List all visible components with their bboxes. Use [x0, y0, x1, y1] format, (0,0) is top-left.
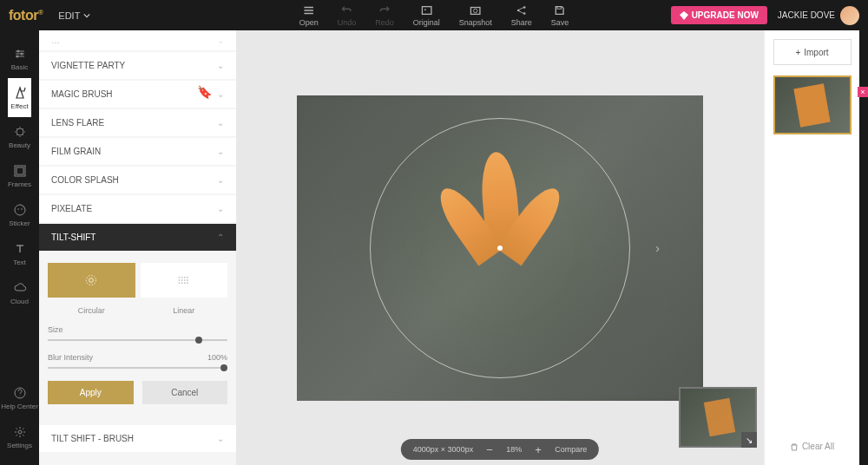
navigator-thumbnail[interactable]: ↘	[679, 387, 757, 448]
canvas-area: ↘ 4000px × 3000px − 18% + Compare ›	[236, 30, 764, 465]
clear-all-button[interactable]: Clear All	[785, 436, 839, 456]
zoom-label: 18%	[506, 445, 522, 454]
effect-tilt-shift---brush[interactable]: TILT SHIFT - BRUSH⌄	[39, 425, 236, 452]
snapshot-button[interactable]: Snapshot	[459, 4, 492, 27]
zoom-out-button[interactable]: −	[483, 443, 496, 455]
cloud-icon	[13, 281, 27, 295]
expand-arrow-icon[interactable]: ↘	[741, 432, 757, 448]
circular-label: Circular	[48, 306, 135, 315]
upgrade-button[interactable]: UPGRADE NOW	[671, 6, 767, 24]
svg-point-3	[474, 9, 477, 12]
top-bar: fotor® EDIT OpenUndoRedoOriginalSnapshot…	[0, 0, 868, 30]
svg-rect-13	[16, 167, 23, 174]
nav-text[interactable]: Text	[8, 234, 31, 273]
effect-film-grain[interactable]: FILM GRAIN⌄	[39, 138, 236, 165]
effect-vignette-party[interactable]: VIGNETTE PARTY⌄	[39, 52, 236, 79]
nav-help-center[interactable]: Help Center	[0, 378, 39, 417]
svg-point-1	[424, 9, 426, 10]
effect-icon	[13, 86, 27, 100]
cancel-button[interactable]: Cancel	[142, 381, 228, 404]
sticker-icon	[13, 203, 27, 217]
share-icon	[516, 4, 528, 16]
size-label: Size	[48, 325, 63, 334]
redo-button[interactable]: Redo	[375, 4, 394, 27]
svg-point-9	[20, 52, 23, 55]
circular-button[interactable]	[48, 263, 135, 298]
effect-pixelate[interactable]: PIXELATE⌄	[39, 195, 236, 222]
svg-rect-0	[422, 6, 431, 14]
save-button[interactable]: Save	[551, 4, 569, 27]
nav-beauty[interactable]: Beauty	[8, 117, 31, 156]
right-rail: + Import Clear All	[764, 30, 859, 465]
apply-button[interactable]: Apply	[48, 381, 134, 404]
nav-settings[interactable]: Settings	[0, 417, 39, 456]
svg-point-20	[89, 278, 94, 283]
edit-menu[interactable]: EDIT	[58, 10, 90, 21]
user-menu[interactable]: JACKIE DOVE	[778, 6, 859, 25]
bookmark-icon: 🔖	[197, 85, 212, 99]
svg-point-16	[21, 208, 23, 210]
diamond-icon	[680, 11, 688, 20]
effects-panel: …⌄ VIGNETTE PARTY⌄MAGIC BRUSH🔖⌄LENS FLAR…	[39, 30, 236, 465]
original-icon	[420, 4, 432, 16]
chevron-down-icon: ⌄	[217, 204, 224, 213]
nav-cloud[interactable]: Cloud	[8, 273, 31, 312]
import-button[interactable]: + Import	[773, 39, 852, 65]
effect-magic-brush[interactable]: MAGIC BRUSH🔖⌄	[39, 81, 236, 108]
trash-icon	[790, 442, 799, 451]
effect-tilt-shift[interactable]: TILT-SHIFT⌃	[39, 224, 236, 251]
plus-icon: +	[795, 48, 800, 57]
chevron-down-icon: ⌄	[217, 118, 224, 128]
chevron-up-icon: ⌃	[217, 232, 224, 242]
close-side-panel-button[interactable]: ×	[858, 87, 868, 97]
beauty-icon	[13, 125, 27, 139]
compare-button[interactable]: Compare	[555, 445, 587, 454]
chevron-down-icon: ⌄	[217, 147, 224, 156]
blur-value: 100%	[207, 353, 227, 362]
chevron-down-icon	[83, 12, 90, 19]
logo: fotor®	[9, 8, 43, 23]
circular-icon	[84, 273, 98, 287]
tilt-focus-center[interactable]	[497, 246, 503, 251]
frames-icon	[13, 164, 27, 178]
svg-point-8	[16, 49, 19, 52]
text-icon	[13, 242, 27, 256]
canvas-image[interactable]	[297, 95, 703, 401]
linear-label: Linear	[141, 306, 228, 315]
dimensions-label: 4000px × 3000px	[413, 445, 473, 454]
linear-button[interactable]	[141, 263, 228, 298]
zoom-in-button[interactable]: +	[532, 443, 544, 455]
blur-slider[interactable]	[48, 367, 227, 369]
image-thumbnail[interactable]	[773, 75, 852, 134]
nav-sticker[interactable]: Sticker	[8, 195, 31, 234]
effect-color-splash[interactable]: COLOR SPLASH⌄	[39, 167, 236, 193]
left-nav: BasicEffectBeautyFramesStickerTextCloud …	[0, 30, 39, 465]
undo-icon	[340, 4, 352, 16]
share-button[interactable]: Share	[511, 4, 532, 27]
undo-button[interactable]: Undo	[338, 4, 357, 27]
avatar	[840, 6, 859, 25]
nav-effect[interactable]: Effect	[8, 78, 31, 117]
chevron-down-icon: ⌄	[217, 89, 224, 99]
chevron-down-icon: ⌄	[217, 61, 224, 70]
chevron-down-icon: ⌄	[217, 434, 224, 443]
effect-lens-flare[interactable]: LENS FLARE⌄	[39, 109, 236, 136]
original-button[interactable]: Original	[413, 4, 440, 27]
nav-frames[interactable]: Frames	[8, 156, 31, 195]
open-button[interactable]: Open	[299, 4, 319, 27]
redo-icon	[378, 4, 391, 16]
chevron-down-icon: ⌄	[217, 175, 224, 185]
collapse-right-icon[interactable]: ›	[655, 241, 660, 255]
svg-point-19	[87, 275, 96, 285]
svg-point-18	[18, 430, 22, 434]
blur-label: Blur Intensity	[48, 353, 93, 362]
effect-row-truncated[interactable]: …⌄	[39, 30, 236, 50]
nav-basic[interactable]: Basic	[8, 39, 31, 78]
settings-icon	[13, 425, 27, 439]
zoom-bar: 4000px × 3000px − 18% + Compare	[401, 439, 599, 460]
size-slider[interactable]	[48, 339, 227, 341]
snapshot-icon	[470, 4, 482, 16]
svg-point-11	[16, 128, 23, 135]
svg-rect-7	[557, 6, 561, 9]
tilt-shift-controls: Circular Linear Size Blur Intensity 100%…	[39, 252, 236, 415]
